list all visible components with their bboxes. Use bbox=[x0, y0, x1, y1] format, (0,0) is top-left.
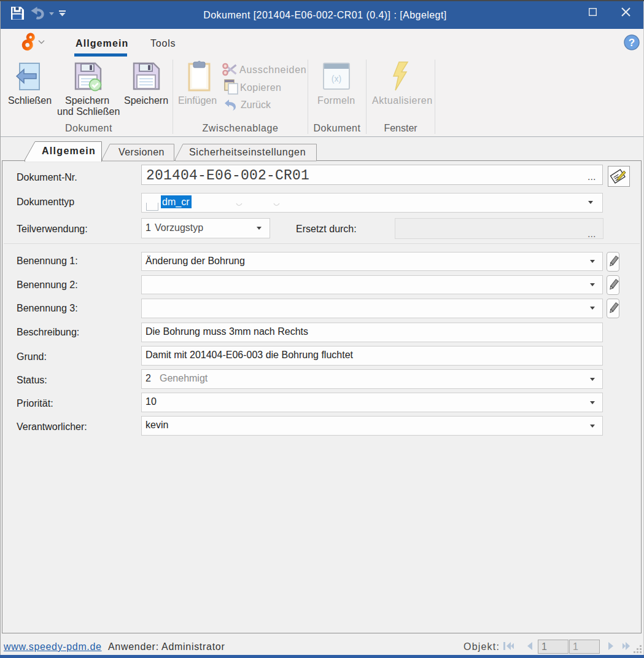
svg-text:(x): (x) bbox=[332, 74, 341, 84]
svg-text:?: ? bbox=[629, 37, 635, 49]
